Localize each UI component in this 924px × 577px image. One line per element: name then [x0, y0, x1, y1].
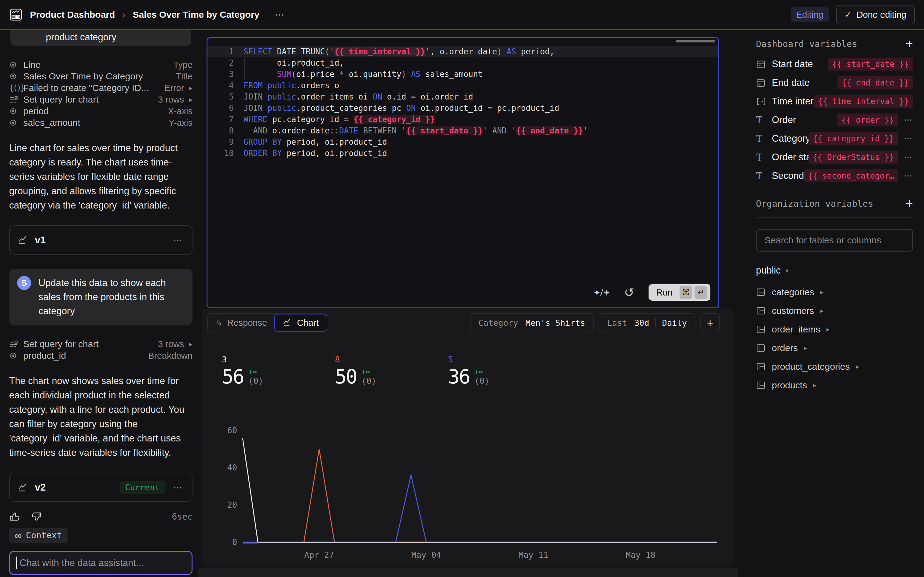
- code-line: 10ORDER BY period, oi.product_id: [207, 148, 718, 159]
- query-history-icon[interactable]: ↺: [624, 286, 634, 298]
- svg-text:60: 60: [227, 425, 237, 435]
- step-label: sales_amount: [23, 118, 169, 128]
- category-filter-label: Category: [478, 318, 518, 327]
- table-row-order_items[interactable]: order_items▸: [756, 320, 913, 338]
- context-chip[interactable]: ∞ Context: [9, 528, 68, 543]
- stat-side: +∞(0): [362, 368, 376, 386]
- svg-text:0: 0: [232, 537, 237, 547]
- assistant-step[interactable]: Set query for chart3 rows▸: [9, 338, 192, 350]
- dashboard-logo-icon[interactable]: [9, 8, 23, 21]
- date-range-filter-chip[interactable]: Last 30d Daily: [599, 313, 695, 332]
- stat-value: 36: [448, 366, 470, 388]
- schema-dropdown[interactable]: public ▾: [756, 265, 913, 276]
- table-row-customers[interactable]: customers▸: [756, 301, 913, 320]
- variable-row[interactable]: Start date{{ start_date }}: [756, 55, 913, 73]
- chevron-right-icon: ▸: [189, 84, 192, 92]
- chevron-down-icon: ▾: [785, 267, 788, 274]
- table-row-product_categories[interactable]: product_categories▸: [756, 357, 913, 376]
- variable-menu-icon[interactable]: ⋯: [898, 115, 913, 125]
- assistant-step[interactable]: {()}Failed to create "Category ID...Erro…: [9, 82, 192, 94]
- run-query-button[interactable]: Run ⌘ ↵: [648, 284, 711, 301]
- line-number: 1: [207, 46, 244, 57]
- assistant-step[interactable]: sales_amountY-axis: [9, 117, 192, 129]
- node-icon: [9, 107, 23, 115]
- table-row-categories[interactable]: categories▸: [756, 283, 913, 301]
- variable-menu-icon[interactable]: ⋯: [898, 171, 913, 181]
- text-icon: T: [756, 114, 772, 126]
- assistant-step[interactable]: periodX-axis: [9, 105, 192, 117]
- editor-controls: ✦/✦ ↺ Run ⌘ ↵: [593, 284, 711, 301]
- variable-row[interactable]: TOrder status{{ OrderStatus }}⋯: [756, 148, 913, 166]
- sql-editor[interactable]: 1SELECT DATE_TRUNC('{{ time_interval }}'…: [207, 37, 719, 308]
- code-line: 8 AND o.order_date::DATE BETWEEN '{{ sta…: [207, 125, 718, 137]
- chevron-right-icon: ▸: [856, 363, 859, 370]
- variable-menu-icon[interactable]: ⋯: [898, 152, 913, 162]
- indent-guide: [244, 58, 245, 80]
- code-text: GROUP BY period, oi.product_id: [244, 137, 387, 148]
- thumbs-up-icon[interactable]: [9, 511, 20, 522]
- user-message: S Update this data to show each sales fr…: [9, 269, 192, 326]
- breadcrumb-page-title[interactable]: Sales Over Time by Category: [132, 10, 259, 20]
- add-filter-button[interactable]: +: [700, 313, 720, 332]
- tab-chart[interactable]: Chart: [275, 314, 327, 332]
- table-row-orders[interactable]: orders▸: [756, 338, 913, 357]
- variable-row[interactable]: TSecond Ca...{{ second_categor…⋯: [756, 166, 913, 185]
- chat-input[interactable]: Chat with the data assistant...: [9, 551, 192, 575]
- line-number: 7: [207, 114, 244, 125]
- stat-side: +∞(0): [475, 368, 489, 386]
- assistant-step[interactable]: Sales Over Time by CategoryTitle: [9, 71, 192, 82]
- variable-name: Order status: [772, 152, 809, 163]
- version-card-v1[interactable]: v1 ⋯: [9, 225, 192, 255]
- code-line: 5JOIN public.order_items oi ON o.id = oi…: [207, 91, 718, 103]
- code-text: FROM public.orders o: [244, 80, 339, 91]
- version-menu-icon[interactable]: ⋯: [173, 482, 183, 493]
- table-name: customers: [772, 306, 814, 316]
- variable-row[interactable]: End date{{ end_date }}: [756, 73, 913, 92]
- chevron-right-icon: ▸: [804, 344, 807, 352]
- breadcrumb: Product Dashboard › Sales Over Time by C…: [9, 8, 791, 21]
- return-arrow-icon: ↳: [216, 318, 223, 328]
- thumbs-down-icon[interactable]: [31, 511, 42, 522]
- add-org-variable-button[interactable]: +: [905, 199, 913, 208]
- variable-template-chip: {{ second_categor…: [804, 169, 898, 182]
- breadcrumb-dashboard[interactable]: Product Dashboard: [30, 10, 115, 20]
- variable-menu-icon[interactable]: ⋯: [898, 134, 913, 143]
- done-editing-button[interactable]: ✓ Done editing: [836, 5, 915, 24]
- variable-template-chip: {{ order }}: [837, 114, 898, 126]
- line-chart-icon: [18, 235, 28, 245]
- canvas-background-strip: [198, 568, 738, 577]
- sql-code-area[interactable]: 1SELECT DATE_TRUNC('{{ time_interval }}'…: [207, 38, 718, 308]
- table-row-products[interactable]: products▸: [756, 376, 913, 395]
- return-key-icon: ↵: [695, 286, 708, 299]
- step-meta: Type: [173, 60, 192, 70]
- chat-input-placeholder: Chat with the data assistant...: [19, 558, 144, 569]
- response-duration: 6sec: [172, 512, 192, 522]
- code-line: 7WHERE pc.category_id = {{ category_id }…: [207, 114, 718, 125]
- feedback-row: 6sec: [9, 511, 192, 522]
- assistant-step[interactable]: product_idBreakdown: [9, 350, 192, 361]
- category-filter-chip[interactable]: Category Men's Shirts: [470, 313, 594, 332]
- tab-response-label: Response: [227, 318, 267, 328]
- variable-template-chip: {{ time_interval }}: [814, 95, 913, 108]
- stat-sub: (0): [475, 376, 489, 385]
- version-label: v2: [35, 482, 120, 493]
- svg-text:May 11: May 11: [519, 550, 548, 559]
- assistant-step[interactable]: LineType: [9, 59, 192, 71]
- step-meta: Error: [165, 83, 184, 93]
- version-menu-icon[interactable]: ⋯: [173, 235, 183, 245]
- variable-row[interactable]: Time interval{{ time_interval }}: [756, 92, 913, 111]
- code-text: WHERE pc.category_id = {{ category_id }}: [244, 114, 435, 125]
- version-card-v2[interactable]: v2 Current ⋯: [9, 472, 192, 502]
- assistant-paragraph: The chart now shows sales over time for …: [9, 374, 192, 460]
- table-search-input[interactable]: Search for tables or columns: [756, 229, 913, 251]
- variable-row[interactable]: TCategory{{ category_id }}⋯: [756, 129, 913, 148]
- code-text: SELECT DATE_TRUNC('{{ time_interval }}',…: [244, 46, 554, 57]
- text-caret: [16, 556, 17, 569]
- done-editing-label: Done editing: [856, 10, 906, 20]
- add-variable-button[interactable]: +: [905, 39, 913, 48]
- page-overflow-menu[interactable]: ⋯: [275, 9, 285, 21]
- tab-response[interactable]: ↳ Response: [208, 314, 275, 332]
- assistant-step[interactable]: Set query for chart3 rows▸: [9, 94, 192, 105]
- format-query-icon[interactable]: ✦/✦: [593, 288, 610, 297]
- variable-row[interactable]: TOrder{{ order }}⋯: [756, 111, 913, 129]
